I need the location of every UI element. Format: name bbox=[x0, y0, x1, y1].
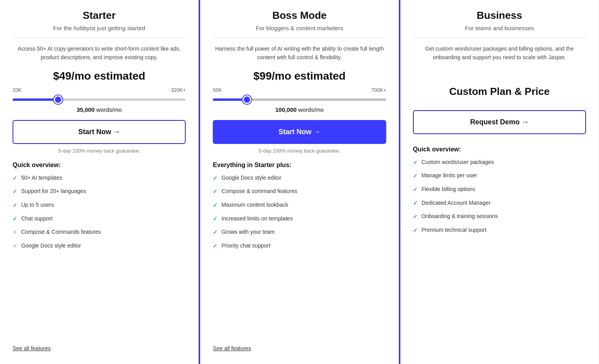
check-icon: ✓ bbox=[13, 202, 17, 209]
custom-plan-label: Custom Plan & Price bbox=[413, 86, 586, 98]
boss-mode-slider-max: 700K+ bbox=[371, 87, 386, 93]
business-subtitle: For teams and businesses bbox=[413, 25, 586, 31]
list-item: ✓Premium technical support bbox=[413, 226, 586, 235]
starter-words: 35,000 words/mo bbox=[13, 106, 186, 113]
starter-cta-button[interactable]: Start Now → bbox=[13, 120, 186, 144]
boss-mode-feature-list: ✓Google Docs style editor ✓Compose & com… bbox=[213, 174, 386, 339]
list-item: ✓Increased limits on templates bbox=[213, 215, 386, 223]
boss-mode-overview-title: Everything in Starter plus: bbox=[213, 162, 386, 169]
starter-slider-wrapper[interactable] bbox=[13, 95, 186, 102]
list-item: ✓Support for 20+ languages bbox=[13, 187, 186, 196]
business-overview-title: Quick overview: bbox=[413, 146, 586, 153]
list-item: ✓Manage limits per user bbox=[413, 172, 586, 180]
check-icon: ✓ bbox=[413, 227, 418, 235]
check-icon: ✓ bbox=[13, 175, 17, 182]
starter-slider-range: 20K 320K+ bbox=[13, 87, 186, 93]
list-item: ✕Google Docs style editor bbox=[13, 242, 186, 250]
check-icon: ✓ bbox=[213, 229, 217, 237]
list-item: ✕Compose & Commands features bbox=[13, 228, 186, 237]
starter-see-all[interactable]: See all features bbox=[13, 345, 186, 351]
starter-divider bbox=[13, 38, 186, 38]
business-divider bbox=[413, 38, 586, 38]
check-icon: ✓ bbox=[13, 215, 17, 223]
list-item: ✓50+ AI templates bbox=[13, 174, 186, 182]
x-icon: ✕ bbox=[13, 242, 17, 250]
boss-mode-slider-wrapper[interactable] bbox=[213, 95, 386, 102]
check-icon: ✓ bbox=[413, 159, 418, 167]
starter-feature-list: ✓50+ AI templates ✓Support for 20+ langu… bbox=[13, 174, 186, 339]
check-icon: ✓ bbox=[413, 213, 418, 221]
list-item: ✓Flexible billing options bbox=[413, 186, 586, 194]
list-item: ✓Onboarding & training sessions bbox=[413, 213, 586, 221]
starter-slider-min: 20K bbox=[13, 87, 22, 93]
list-item: ✓Priority chat support bbox=[213, 242, 386, 250]
boss-mode-see-all[interactable]: See all features bbox=[213, 345, 386, 351]
list-item: ✓Compose & command features bbox=[213, 187, 386, 196]
check-icon: ✓ bbox=[213, 242, 217, 250]
boss-mode-price: $99/mo estimated bbox=[213, 70, 386, 82]
check-icon: ✓ bbox=[13, 188, 17, 196]
business-cta-button[interactable]: Request Demo → bbox=[413, 110, 586, 134]
boss-mode-subtitle: For bloggers & content marketers bbox=[213, 25, 386, 31]
starter-overview-title: Quick overview: bbox=[13, 162, 186, 169]
pricing-container: Starter For the hobbyist just getting st… bbox=[0, 0, 599, 364]
check-icon: ✓ bbox=[413, 172, 418, 180]
starter-price: $49/mo estimated bbox=[13, 70, 186, 82]
x-icon: ✕ bbox=[13, 229, 17, 237]
list-item: ✓Up to 5 users bbox=[13, 201, 186, 209]
check-icon: ✓ bbox=[213, 215, 217, 223]
check-icon: ✓ bbox=[213, 188, 217, 196]
list-item: ✓Chat support bbox=[13, 215, 186, 223]
starter-slider-max: 320K+ bbox=[171, 87, 186, 93]
list-item: ✓Google Docs style editor bbox=[213, 174, 386, 182]
boss-mode-description: Harness the full power of AI writing wit… bbox=[213, 44, 386, 62]
starter-description: Access 50+ AI copy generators to write s… bbox=[13, 44, 186, 62]
boss-mode-words: 100,000 words/mo bbox=[213, 106, 386, 113]
starter-title: Starter bbox=[13, 9, 186, 22]
check-icon: ✓ bbox=[413, 186, 418, 194]
business-card: Business For teams and businesses Get cu… bbox=[400, 0, 599, 364]
boss-mode-slider-min: 50K bbox=[213, 87, 222, 93]
list-item: ✓Custom words/user packages bbox=[413, 158, 586, 167]
check-icon: ✓ bbox=[213, 175, 217, 182]
business-description: Get custom words/user packages and billi… bbox=[413, 44, 586, 62]
boss-mode-divider bbox=[213, 38, 386, 38]
check-icon: ✓ bbox=[413, 200, 418, 207]
boss-mode-slider-range: 50K 700K+ bbox=[213, 87, 386, 93]
starter-card: Starter For the hobbyist just getting st… bbox=[0, 0, 199, 364]
list-item: ✓Grows with your team bbox=[213, 228, 386, 237]
check-icon: ✓ bbox=[213, 202, 217, 209]
boss-mode-slider[interactable] bbox=[213, 98, 386, 101]
business-title: Business bbox=[413, 9, 586, 22]
starter-subtitle: For the hobbyist just getting started bbox=[13, 25, 186, 31]
boss-mode-cta-button[interactable]: Start Now → bbox=[213, 120, 386, 144]
starter-slider[interactable] bbox=[13, 98, 186, 101]
list-item: ✓Maximum content lookback bbox=[213, 201, 386, 209]
boss-mode-guarantee: 5-day 100% money back guarantee. bbox=[213, 148, 386, 154]
boss-mode-title: Boss Mode bbox=[213, 9, 386, 22]
business-feature-list: ✓Custom words/user packages ✓Manage limi… bbox=[413, 158, 586, 345]
boss-mode-card: Boss Mode For bloggers & content markete… bbox=[199, 0, 400, 364]
starter-guarantee: 5-day 100% money back guarantee. bbox=[13, 148, 186, 154]
list-item: ✓Dedicated Account Manager bbox=[413, 199, 586, 207]
